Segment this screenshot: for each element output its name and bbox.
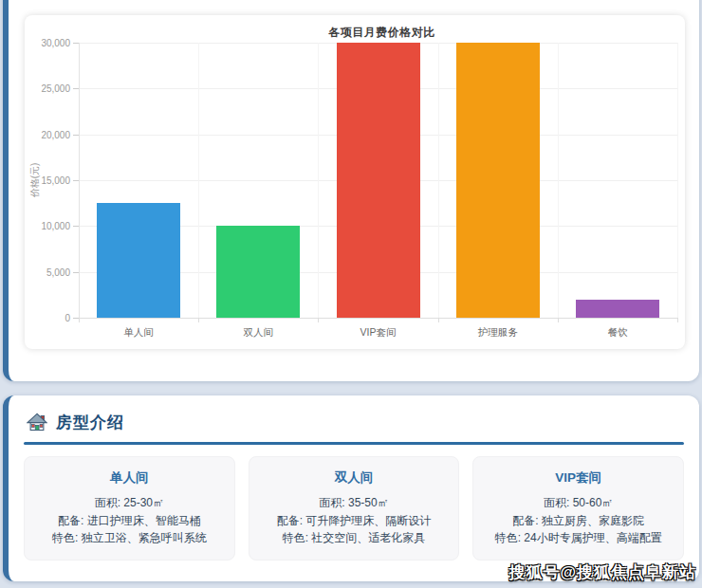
chart-bar[interactable]	[97, 203, 180, 318]
x-tick-mark	[79, 318, 80, 322]
room-card-equipment: 配备: 独立厨房、家庭影院	[479, 512, 677, 530]
x-gridline	[318, 43, 319, 318]
x-tick-mark	[558, 318, 559, 322]
room-card-double: 双人间 面积: 35-50㎡ 配备: 可升降护理床、隔断设计 特色: 社交空间、…	[249, 456, 460, 560]
room-card-feature: 特色: 24小时专属护理、高端配置	[479, 529, 677, 547]
house-icon	[27, 413, 47, 433]
chart-bar[interactable]	[576, 300, 659, 318]
section-header: 房型介绍	[27, 412, 699, 433]
x-tick-mark	[677, 318, 678, 322]
room-types-card: 房型介绍 单人间 面积: 25-30㎡ 配备: 进口护理床、智能马桶 特色: 独…	[3, 395, 699, 581]
room-card-vip: VIP套间 面积: 50-60㎡ 配备: 独立厨房、家庭影院 特色: 24小时专…	[472, 456, 684, 560]
x-gridline	[438, 43, 439, 318]
x-tick-mark	[318, 318, 319, 322]
watermark: 搜狐号@搜狐焦点阜新站	[508, 561, 696, 583]
x-axis-label: 护理服务	[478, 326, 518, 340]
room-card-feature: 特色: 社交空间、适老化家具	[255, 529, 453, 547]
chart-card: 各项目月费价格对比 05,00010,00015,00020,00025,000…	[25, 15, 685, 349]
x-tick-mark	[198, 318, 199, 322]
section-divider	[24, 442, 684, 445]
plot-area: 05,00010,00015,00020,00025,00030,000单人间双…	[79, 43, 677, 318]
x-tick-mark	[438, 318, 439, 322]
room-card-area: 面积: 25-30㎡	[30, 494, 229, 512]
chart-bar[interactable]	[456, 43, 540, 318]
x-axis-label: 双人间	[244, 326, 274, 340]
room-card-equipment: 配备: 可升降护理床、隔断设计	[255, 512, 453, 530]
x-gridline	[79, 43, 80, 318]
chart-title: 各项目月费价格对比	[79, 25, 685, 41]
section-title: 房型介绍	[56, 412, 124, 433]
room-cards-row: 单人间 面积: 25-30㎡ 配备: 进口护理床、智能马桶 特色: 独立卫浴、紧…	[24, 456, 684, 560]
chart-bar[interactable]	[216, 226, 300, 318]
chart-bar[interactable]	[337, 43, 420, 318]
x-axis-label: VIP套间	[360, 326, 397, 340]
x-gridline	[677, 43, 678, 318]
room-card-title: 双人间	[255, 469, 453, 487]
y-axis-title: 价格(元)	[28, 163, 42, 198]
y-tick-label: 5,000	[46, 266, 70, 277]
room-card-title: VIP套间	[479, 469, 677, 487]
y-tick-label: 20,000	[41, 129, 70, 139]
y-tick-label: 15,000	[41, 175, 70, 186]
x-axis-label: 单人间	[123, 326, 154, 340]
room-card-equipment: 配备: 进口护理床、智能马桶	[30, 512, 229, 530]
x-gridline	[558, 43, 559, 318]
room-card-area: 面积: 35-50㎡	[255, 494, 453, 512]
room-card-area: 面积: 50-60㎡	[479, 494, 677, 512]
room-card-feature: 特色: 独立卫浴、紧急呼叫系统	[30, 529, 229, 547]
y-gridline	[79, 318, 677, 319]
page: { "theme": { "page_bg": "#dae2ed", "card…	[0, 0, 702, 588]
y-tick-label: 25,000	[41, 83, 70, 94]
x-gridline	[198, 43, 199, 318]
x-axis-label: 餐饮	[607, 326, 627, 340]
room-card-single: 单人间 面积: 25-30㎡ 配备: 进口护理床、智能马桶 特色: 独立卫浴、紧…	[24, 456, 235, 560]
y-tick-label: 30,000	[41, 38, 70, 48]
room-card-title: 单人间	[30, 469, 229, 487]
y-tick-label: 0	[65, 313, 70, 323]
chart-section-card: 各项目月费价格对比 05,00010,00015,00020,00025,000…	[3, 0, 699, 381]
y-tick-label: 10,000	[41, 221, 70, 231]
